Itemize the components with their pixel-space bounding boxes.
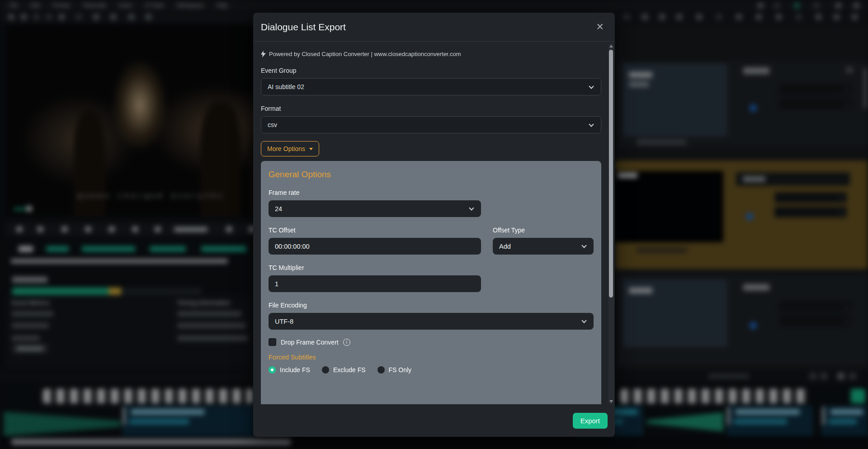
offset-type-select[interactable]: Add [493,238,594,255]
chevron-down-icon [581,318,586,323]
scroll-down-arrow-icon[interactable] [609,400,613,403]
offset-type-label: Offset Type [493,227,594,234]
radio-exclude-fs-label: Exclude FS [333,366,366,373]
radio-exclude-fs[interactable]: Exclude FS [322,366,366,373]
tc-offset-input[interactable]: 00:00:00:00 [269,238,481,255]
drop-frame-checkbox[interactable] [269,338,276,346]
export-button[interactable]: Export [573,413,608,429]
modal-title: Dialogue List Export [261,22,346,33]
modal-footer: Export [253,404,615,437]
tc-multiplier-label: TC Multiplier [269,264,594,271]
radio-include-fs[interactable]: Include FS [269,366,310,373]
forced-subtitles-title: Forced Subtitles [269,354,594,361]
drop-frame-label: Drop Frame Convert [281,339,339,346]
file-encoding-value: UTF-8 [275,318,293,325]
offset-type-value: Add [499,243,511,250]
frame-rate-label: Frame rate [269,189,594,196]
close-icon[interactable]: × [596,21,604,33]
frame-rate-select[interactable]: 24 [269,200,481,217]
radio-icon[interactable] [377,366,385,373]
tc-multiplier-value: 1 [275,280,278,288]
more-options-label: More Options [267,145,305,152]
event-group-label: Event Group [261,67,601,74]
powered-by-text: Powered by Closed Caption Converter | ww… [269,51,461,57]
tc-offset-value: 00:00:00:00 [275,243,310,250]
info-icon[interactable]: i [343,339,350,346]
screen: File Edit Format Timecode Insert AI Tool… [0,0,868,449]
radio-fs-only-label: FS Only [389,366,412,373]
general-options-title: General Options [269,170,594,180]
event-group-value: AI subtitle 02 [268,83,304,90]
tc-multiplier-input[interactable]: 1 [269,275,481,292]
modal-body: Powered by Closed Caption Converter | ww… [253,42,615,404]
powered-by: Powered by Closed Caption Converter | ww… [261,51,601,57]
file-encoding-select[interactable]: UTF-8 [269,313,594,330]
format-label: Format [261,105,601,112]
radio-fs-only[interactable]: FS Only [377,366,412,373]
radio-icon[interactable] [322,366,329,373]
radio-selected-icon[interactable] [269,366,276,373]
caret-down-icon [309,148,313,150]
modal-header: Dialogue List Export × [253,13,615,42]
chevron-down-icon [589,122,594,127]
tc-offset-label: TC Offset [269,227,481,234]
lightning-icon [261,51,266,57]
general-options-panel: General Options Frame rate 24 TC Offset … [261,161,601,404]
modal-scrollbar-thumb[interactable] [609,50,613,298]
radio-include-fs-label: Include FS [280,366,310,373]
more-options-button[interactable]: More Options [261,141,319,156]
file-encoding-label: File Encoding [269,302,594,309]
dialogue-list-export-modal: Dialogue List Export × Powered by Closed… [253,13,615,437]
modal-scrollbar[interactable] [609,43,614,404]
event-group-select[interactable]: AI subtitle 02 [261,78,601,95]
scroll-up-arrow-icon[interactable] [609,45,613,47]
chevron-down-icon [581,243,586,248]
forced-subtitles-radio-group: Include FS Exclude FS FS Only [269,366,594,373]
format-select[interactable]: csv [261,116,601,133]
frame-rate-value: 24 [275,205,282,213]
chevron-down-icon [469,205,474,210]
chevron-down-icon [589,84,594,89]
format-value: csv [268,121,277,128]
